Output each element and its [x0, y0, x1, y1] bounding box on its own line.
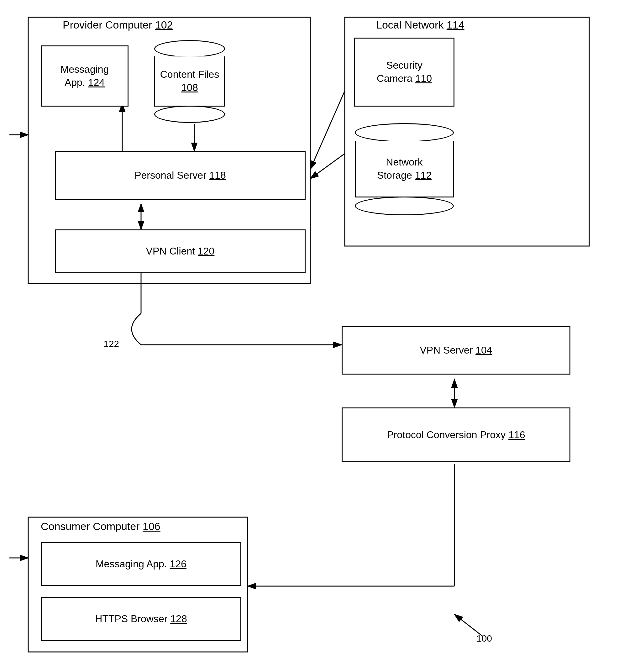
https-browser-128: HTTPS Browser 128 — [41, 597, 241, 641]
personal-server-118: Personal Server 118 — [55, 151, 305, 200]
security-camera-110: SecurityCamera 110 — [354, 38, 455, 107]
svg-line-19 — [455, 614, 483, 636]
provider-computer-label: Provider Computer 102 — [63, 19, 173, 31]
consumer-computer-label: Consumer Computer 106 — [41, 520, 160, 533]
messaging-app-126: Messaging App. 126 — [41, 542, 241, 586]
vpn-server-104: VPN Server 104 — [342, 326, 570, 375]
internet-label-122: 122 — [104, 338, 119, 349]
svg-line-12 — [310, 153, 345, 179]
protocol-conversion-proxy-116: Protocol Conversion Proxy 116 — [342, 407, 570, 462]
messaging-app-124: MessagingApp. 124 — [41, 46, 129, 107]
content-files-108: Content Files108 — [153, 38, 226, 125]
network-storage-112: NetworkStorage 112 — [354, 121, 455, 218]
svg-line-11 — [310, 91, 345, 169]
local-network-label: Local Network 114 — [376, 19, 465, 31]
vpn-client-120: VPN Client 120 — [55, 229, 305, 273]
